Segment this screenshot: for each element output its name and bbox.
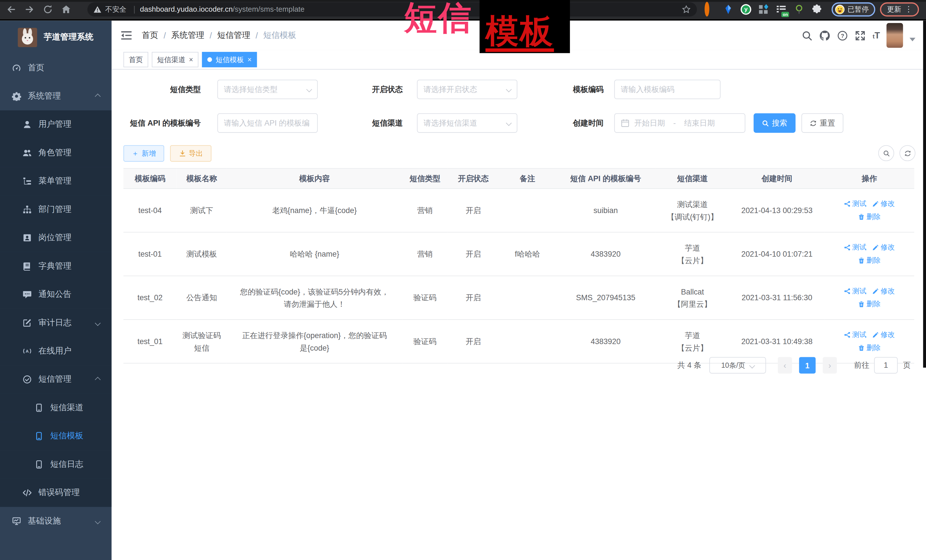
test-link[interactable]: 测试 — [844, 241, 866, 254]
export-button[interactable]: 导出 — [170, 145, 212, 162]
test-link[interactable]: 测试 — [844, 285, 866, 297]
next-page-button[interactable]: › — [823, 357, 837, 373]
table-row: test-01测试模板哈哈哈 {name}营销开启f哈哈哈4383920芋道 【… — [123, 232, 914, 276]
sidebar-item-sms-channel[interactable]: 短信渠道 — [0, 394, 112, 422]
refresh-table-button[interactable] — [899, 145, 915, 161]
delete-link[interactable]: 删除 — [858, 341, 881, 354]
date-range-picker[interactable]: 开始日期 - 结束日期 — [614, 113, 745, 133]
add-button-label: 新增 — [142, 148, 156, 158]
extension-y-icon[interactable]: y — [741, 4, 751, 15]
status-select[interactable]: 请选择开启状态 — [417, 80, 517, 99]
column-header: 模板编码 — [123, 168, 176, 188]
browser-home-icon[interactable] — [61, 4, 71, 15]
table-row: test_01测试验证码 短信正在进行登录操作{operation}，您的验证码… — [123, 320, 914, 363]
sidebar-item-home[interactable]: 首页 — [0, 54, 112, 82]
sidebar-item-notice[interactable]: 通知公告 — [0, 280, 112, 308]
sidebar-item-role[interactable]: 角色管理 — [0, 139, 112, 167]
header-search-icon[interactable] — [802, 30, 813, 41]
close-icon[interactable]: × — [189, 56, 193, 63]
dashboard-icon — [12, 63, 21, 72]
github-icon[interactable] — [819, 30, 831, 41]
browser-menu-icon[interactable]: ⋮ — [905, 6, 912, 12]
tab-0[interactable]: 首页 — [123, 52, 148, 67]
tab-1[interactable]: 短信渠道× — [152, 52, 199, 67]
breadcrumb-item-2[interactable]: 短信管理 — [217, 30, 250, 41]
sidebar-item-dict[interactable]: 字典管理 — [0, 252, 112, 280]
tab-2[interactable]: 短信模板× — [202, 52, 257, 67]
cell-content: 您的验证码{code}，该验证码5分钟内有效， 请勿泄漏于他人！ — [227, 276, 402, 320]
extension-green-pen-icon[interactable] — [794, 4, 804, 15]
extension-grid-icon[interactable] — [758, 4, 769, 15]
browser-update-button[interactable]: 更新 ⋮ — [880, 2, 919, 17]
sidebar-toggle-icon[interactable] — [121, 30, 132, 41]
sms-type-select[interactable]: 请选择短信类型 — [218, 80, 318, 99]
sidebar-item-post[interactable]: 岗位管理 — [0, 223, 112, 252]
cell-actions: 测试修改删除 — [825, 320, 914, 363]
online-icon: A — [23, 346, 32, 356]
scrollbar-thumb[interactable] — [923, 21, 926, 368]
current-page-button[interactable]: 1 — [799, 357, 816, 373]
delete-link[interactable]: 删除 — [858, 298, 881, 310]
sidebar-item-menu[interactable]: 菜单管理 — [0, 167, 112, 195]
page-size-select[interactable]: 10条/页 — [710, 357, 766, 373]
api-template-id-input[interactable]: 请输入短信 API 的模板编 — [218, 113, 318, 133]
user-avatar[interactable] — [887, 23, 903, 48]
delete-link[interactable]: 删除 — [858, 210, 881, 223]
extension-orange-ring-icon[interactable] — [705, 4, 716, 15]
search-button-label: 搜索 — [772, 118, 787, 128]
cell-api-id: suibian — [556, 189, 655, 232]
cell-api-id: 4383920 — [556, 232, 655, 276]
browser-profile-button[interactable]: 已暂停 — [832, 2, 875, 17]
cell-channel: 芋道 【云片】 — [655, 320, 729, 363]
sidebar-item-label: 基础设施 — [28, 516, 61, 527]
edit-link[interactable]: 修改 — [872, 241, 895, 254]
delete-link[interactable]: 删除 — [858, 254, 881, 267]
url-domain: dashboard.yudao.iocoder.cn — [140, 5, 233, 14]
sidebar-item-error-code[interactable]: 错误码管理 — [0, 478, 112, 507]
reset-button[interactable]: 重置 — [802, 113, 843, 133]
sidebar-item-infra[interactable]: 基础设施 — [0, 507, 112, 535]
help-icon[interactable]: ? — [837, 30, 848, 41]
goto-page-input[interactable]: 1 — [874, 357, 898, 373]
edit-link[interactable]: 修改 — [872, 198, 895, 210]
bookmark-star-icon[interactable] — [681, 5, 691, 14]
add-button[interactable]: ＋ 新增 — [123, 145, 164, 162]
sidebar-item-label: 岗位管理 — [38, 232, 71, 243]
fullscreen-icon[interactable] — [855, 30, 866, 41]
sidebar-item-system[interactable]: 系统管理 — [0, 82, 112, 110]
sidebar-item-online-user[interactable]: A在线用户 — [0, 337, 112, 365]
font-size-icon[interactable]: tT — [873, 29, 880, 42]
avatar-caret-icon[interactable] — [909, 38, 915, 41]
sidebar: 芋道管理系统 首页系统管理用户管理角色管理菜单管理部门管理岗位管理字典管理通知公… — [0, 21, 112, 560]
channel-select[interactable]: 请选择短信渠道 — [417, 113, 517, 133]
edit-link[interactable]: 修改 — [872, 328, 895, 341]
browser-reload-icon[interactable] — [42, 4, 53, 15]
search-button[interactable]: 搜索 — [754, 113, 796, 133]
template-code-input[interactable]: 请输入模板编码 — [614, 80, 720, 99]
close-icon[interactable]: × — [247, 56, 252, 63]
cell-actions: 测试修改删除 — [825, 232, 914, 276]
browser-forward-icon[interactable] — [24, 4, 35, 15]
extensions-puzzle-icon[interactable] — [811, 4, 822, 15]
extension-list-icon[interactable]: on — [776, 4, 787, 15]
refresh-icon — [810, 120, 817, 127]
sidebar-item-sms-template[interactable]: 短信模板 — [0, 422, 112, 450]
sidebar-item-sms[interactable]: 短信管理 — [0, 365, 112, 393]
cell-status: 开启 — [448, 232, 499, 276]
filter-label-sms-type: 短信类型 — [124, 80, 201, 99]
extension-blue-kite-icon[interactable] — [723, 4, 733, 15]
address-bar[interactable]: 不安全 dashboard.yudao.iocoder.cn/system/sm… — [88, 2, 697, 17]
test-link[interactable]: 测试 — [844, 198, 866, 210]
sidebar-item-sms-log[interactable]: 短信日志 — [0, 450, 112, 478]
breadcrumb-item-1[interactable]: 系统管理 — [171, 30, 204, 41]
sidebar-item-audit-log[interactable]: 审计日志 — [0, 308, 112, 337]
sidebar-item-user[interactable]: 用户管理 — [0, 110, 112, 139]
prev-page-button[interactable]: ‹ — [778, 357, 792, 373]
toggle-search-button[interactable] — [878, 145, 894, 161]
sidebar-logo[interactable]: 芋道管理系统 — [0, 21, 112, 54]
edit-link[interactable]: 修改 — [872, 285, 895, 297]
breadcrumb-item-0[interactable]: 首页 — [142, 30, 158, 41]
sidebar-item-dept[interactable]: 部门管理 — [0, 195, 112, 223]
test-link[interactable]: 测试 — [844, 328, 866, 341]
browser-back-icon[interactable] — [6, 4, 17, 15]
